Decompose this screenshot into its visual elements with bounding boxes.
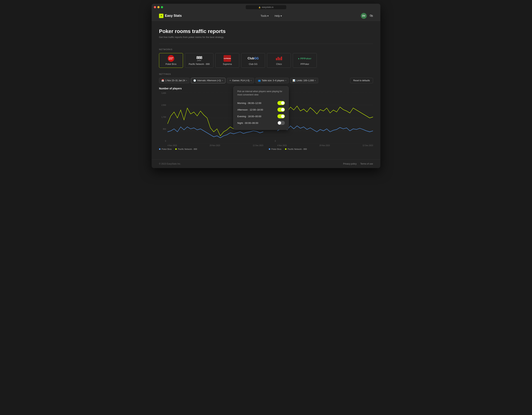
network-card-chico[interactable]: Chico xyxy=(267,53,291,68)
intervals-dropdown: Pick an interval when players were playi… xyxy=(233,86,289,130)
suprema-logo: SUPREMA xyxy=(224,55,231,61)
nav-tools[interactable]: Tools ▾ xyxy=(261,14,269,17)
nav-help[interactable]: Help ▾ xyxy=(275,14,282,17)
chico-logo xyxy=(276,55,282,61)
logo-area[interactable]: ✦ Easy Stats xyxy=(159,14,182,18)
date-filter[interactable]: 📅 1 Nov 23–31 Jan 24 ▾ xyxy=(159,78,190,83)
page-title: Poker rooms traffic reports xyxy=(159,28,373,34)
chevron-icon: ▾ xyxy=(251,80,252,82)
chevron-icon: ▾ xyxy=(186,80,187,82)
clubgg-logo: ClubGG xyxy=(247,55,259,61)
footer: © 2023 EasyStats Inc. Privacy policy Ter… xyxy=(152,159,380,168)
night-label: Night · 00:00–06:00 xyxy=(237,122,258,124)
interval-afternoon: Afternoon · 12:00–18:00 xyxy=(237,106,285,113)
tablesize-filter[interactable]: 👥 Table size: 3–6 players ▾ xyxy=(256,78,289,83)
url-text: easystats.io xyxy=(262,6,273,9)
network-card-888[interactable]: 888 poker Pacific Network - 888 xyxy=(185,53,213,68)
popover-description: Pick an interval when players were playi… xyxy=(237,90,285,96)
reset-button[interactable]: Reset to defaults xyxy=(350,78,373,83)
lock-icon: 🔒 xyxy=(258,6,261,8)
afternoon-label: Afternoon · 12:00–18:00 xyxy=(237,108,263,111)
toggle-knob xyxy=(278,121,281,125)
url-bar[interactable]: 🔒 easystats.io xyxy=(246,5,286,9)
sun-icon: ✦ xyxy=(229,79,231,82)
interval-morning: Morning · 06:00–12:00 xyxy=(237,100,285,106)
chevron-icon: ▾ xyxy=(315,80,316,82)
divider xyxy=(159,44,373,44)
network-card-pokerbros[interactable]: POKERBROS Poker Bros xyxy=(159,53,183,68)
chevron-down-icon: ▾ xyxy=(281,14,282,17)
main-content: Poker rooms traffic reports Get free tra… xyxy=(152,21,380,159)
avatar[interactable]: DV xyxy=(361,13,367,19)
network-card-pppoker[interactable]: ♠ PPPoker PPPoker xyxy=(293,53,317,68)
settings-label: SETTINGS xyxy=(159,73,373,75)
clock-icon: 🕐 xyxy=(193,79,196,82)
calendar-icon: 📅 xyxy=(162,79,164,82)
titlebar: 🔒 easystats.io xyxy=(152,4,380,11)
pokerbros-logo: POKERBROS xyxy=(168,55,174,61)
right-chart xyxy=(277,92,373,144)
right-x-labels: 4 Nov 2023 29 Nov 2023 12 Dec 2023 xyxy=(277,145,373,147)
logo-text: Easy Stats xyxy=(165,14,182,18)
network-name-suprema: Suprema xyxy=(223,63,232,65)
copyright: © 2023 EasyStats Inc. xyxy=(159,163,181,165)
legend-dot-yellow xyxy=(175,148,177,150)
888-logo: 888 poker xyxy=(196,55,202,61)
intervals-filter[interactable]: 🕐 Intervals: Afternoon (+2) ▾ xyxy=(191,78,225,83)
right-chart-svg xyxy=(277,92,373,144)
network-name-pokerbros: Poker Bros xyxy=(165,63,176,65)
legend-pokerbros: Poker Bros xyxy=(159,148,171,150)
page-subtitle: Get free traffic reports from poker room… xyxy=(159,36,373,38)
networks-label: NETWORKS xyxy=(159,48,373,50)
interval-night: Night · 00:00–06:00 xyxy=(237,120,285,126)
legend-pokerbros-right: Poker Bros xyxy=(269,148,281,150)
cart-icon[interactable]: 🛍 xyxy=(370,14,373,18)
morning-toggle[interactable] xyxy=(277,101,285,105)
toggle-knob xyxy=(281,101,285,105)
afternoon-toggle[interactable] xyxy=(277,108,285,112)
footer-links: Privacy policy Terms of use xyxy=(343,163,373,165)
chevron-down-icon: ▾ xyxy=(267,14,269,17)
maximize-dot[interactable] xyxy=(161,6,163,8)
window-controls xyxy=(154,6,163,8)
right-chart-legend: Poker Bros Pacific Network - 888 xyxy=(269,148,373,150)
left-chart-legend: Poker Bros Pacific Network - 888 xyxy=(159,148,263,150)
network-name-888: Pacific Network - 888 xyxy=(189,63,209,65)
games-filter[interactable]: ✦ Games: PLH (+3) ▾ xyxy=(227,78,254,83)
logo-icon: ✦ xyxy=(159,14,163,18)
networks-row: POKERBROS Poker Bros 888 poker Pacific N… xyxy=(159,53,373,68)
close-dot[interactable] xyxy=(154,6,156,8)
people-icon: 👥 xyxy=(258,79,261,82)
nav-center: Tools ▾ Help ▾ xyxy=(182,14,361,17)
network-name-clubgg: Club GG xyxy=(249,63,257,65)
legend-pacific888-right: Pacific Network - 888 xyxy=(285,148,307,150)
network-card-suprema[interactable]: SUPREMA Suprema xyxy=(215,53,239,68)
night-toggle[interactable] xyxy=(277,121,285,125)
morning-label: Morning · 06:00–12:00 xyxy=(237,102,261,104)
evening-toggle[interactable] xyxy=(277,114,285,118)
left-x-labels: 4 Nov 2023 29 Nov 2023 12 Dec 2023 xyxy=(168,145,263,147)
navbar: ✦ Easy Stats Tools ▾ Help ▾ DV 🛍 xyxy=(152,11,380,21)
settings-row: 📅 1 Nov 23–31 Jan 24 ▾ 🕐 Intervals: Afte… xyxy=(159,78,373,83)
chart-icon: 📊 xyxy=(293,79,295,82)
network-name-chico: Chico xyxy=(276,63,282,65)
network-name-pppoker: PPPoker xyxy=(301,63,309,65)
limits-filter[interactable]: 📊 Limits: 100–1,000 ▾ xyxy=(290,78,318,83)
pppoker-logo: ♠ PPPoker xyxy=(298,55,312,61)
chevron-icon: ▾ xyxy=(285,80,286,82)
terms-of-use-link[interactable]: Terms of use xyxy=(360,163,373,165)
network-card-clubgg[interactable]: ClubGG Club GG xyxy=(241,53,265,68)
privacy-policy-link[interactable]: Privacy policy xyxy=(343,163,357,165)
legend-dot-yellow-right xyxy=(285,148,286,150)
legend-dot-blue-right xyxy=(269,148,270,150)
toggle-knob xyxy=(281,108,285,111)
nav-right: DV 🛍 xyxy=(361,13,373,19)
minimize-dot[interactable] xyxy=(157,6,160,8)
evening-label: Evening · 18:00–00:00 xyxy=(237,115,261,118)
toggle-knob xyxy=(281,115,285,118)
legend-pacific888: Pacific Network - 888 xyxy=(175,148,197,150)
chevron-icon: ▾ xyxy=(222,80,223,82)
interval-evening: Evening · 18:00–00:00 xyxy=(237,113,285,120)
legend-dot-blue xyxy=(159,148,161,150)
